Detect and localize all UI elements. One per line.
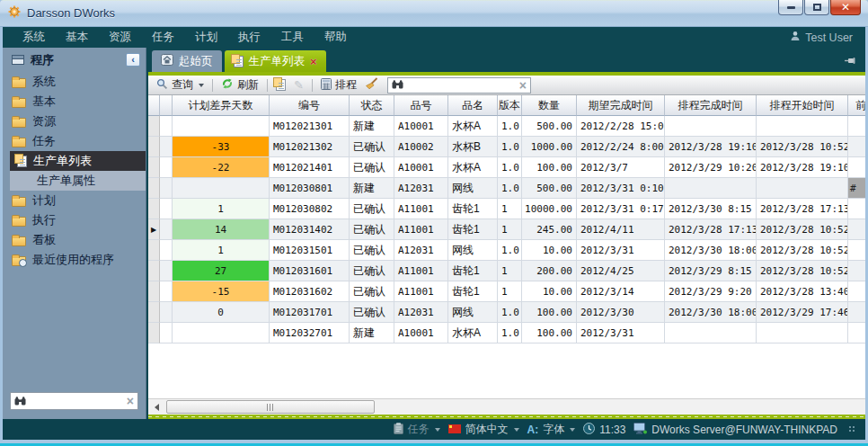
table-row[interactable]: 27M012031601已确认A11001齿轮11200.002012/4/25… — [148, 261, 865, 281]
column-header[interactable]: 版本 — [498, 95, 522, 116]
statusbar-font-menu[interactable]: A: 字体 — [527, 422, 576, 437]
tab-production-order-list[interactable]: 生产单列表 × — [225, 50, 326, 72]
sidebar-item-最近使用的程序[interactable]: 最近使用的程序 — [3, 250, 146, 270]
chevron-down-icon[interactable] — [199, 84, 204, 87]
user-chip[interactable]: Test User — [790, 31, 853, 44]
table-row[interactable]: 1M012030802已确认A11001齿轮1110000.002012/3/3… — [148, 199, 865, 219]
collapse-sidebar-button[interactable]: ‹ — [126, 53, 140, 67]
column-header[interactable]: 品名 — [448, 95, 498, 116]
grid-corner-cell — [148, 95, 160, 116]
column-header[interactable]: 期望完成时间 — [577, 95, 665, 116]
cell-sched_finish: 2012/3/30 18:00 — [665, 302, 757, 323]
cell-version: 1 — [498, 199, 522, 219]
sidebar-item-生产单列表[interactable]: 生产单列表 — [10, 151, 146, 171]
cell-item_no: A12031 — [394, 302, 448, 323]
cell-code: M012021401 — [270, 157, 350, 178]
sidebar-item-看板[interactable]: 看板 — [3, 230, 146, 250]
sidebar-item-生产单属性[interactable]: 生产单属性 — [10, 171, 146, 191]
cell-item_name: 齿轮1 — [448, 219, 498, 240]
tab-label: 生产单列表 — [249, 54, 306, 69]
menu-help[interactable]: 帮助 — [324, 30, 347, 45]
cell-extra — [848, 137, 865, 157]
page-icon — [234, 56, 244, 67]
menu-execute[interactable]: 执行 — [238, 30, 261, 45]
column-header[interactable]: 编号 — [270, 95, 350, 116]
time-label: 11:33 — [599, 424, 625, 436]
clear-icon[interactable]: × — [519, 79, 527, 92]
table-row[interactable]: ▶14M012031402已确认A11001齿轮11245.002012/4/1… — [148, 219, 865, 240]
menu-tools[interactable]: 工具 — [281, 30, 304, 45]
content-bottom-strip — [148, 415, 865, 419]
tab-start-page[interactable]: 起始页 — [152, 50, 222, 72]
table-row[interactable]: M012032701新建A10001水杯A1.0100.002012/3/31 — [148, 323, 865, 343]
clean-button[interactable] — [362, 76, 381, 94]
cell-item_name: 网线 — [448, 302, 498, 323]
query-button[interactable]: 查询 — [154, 76, 207, 94]
column-header[interactable]: 排程完成时间 — [665, 95, 757, 116]
table-row[interactable]: 1M012031501已确认A12031网线1.010.002012/3/312… — [148, 240, 865, 261]
statusbar-task-menu[interactable]: 任务 — [394, 422, 440, 437]
row-indicator: ▶ — [148, 219, 160, 240]
table-row[interactable]: -22M012021401已确认A10001水杯A1.0100.002012/3… — [148, 157, 865, 178]
cell-status: 新建 — [350, 116, 394, 137]
table-filter-input[interactable] — [407, 79, 516, 92]
table-row[interactable]: -33M012021302已确认A10002水杯B1.01000.002012/… — [148, 137, 865, 157]
column-header[interactable]: 数量 — [522, 95, 577, 116]
cell-status: 已确认 — [350, 261, 394, 281]
cell-item_no: A10002 — [394, 137, 448, 157]
cell-extra — [848, 323, 865, 343]
minimize-button[interactable] — [778, 0, 803, 15]
sidebar-item-系统[interactable]: 系统 — [3, 72, 146, 92]
sidebar-item-label: 生产单属性 — [37, 173, 95, 189]
scroll-thumb[interactable] — [166, 400, 375, 414]
menu-system[interactable]: 系统 — [22, 30, 45, 45]
menu-task[interactable]: 任务 — [152, 30, 174, 45]
menu-resource[interactable]: 资源 — [109, 30, 131, 45]
resize-grip[interactable] — [849, 426, 856, 433]
maximize-button[interactable] — [804, 0, 829, 15]
column-header[interactable]: 前 — [848, 95, 865, 116]
cell-qty: 1000.00 — [522, 137, 577, 157]
column-header[interactable]: 状态 — [350, 95, 394, 116]
sidebar-item-任务[interactable]: 任务 — [3, 131, 146, 151]
edit-button[interactable]: ✎ — [291, 77, 306, 93]
cell-item_no: A12031 — [394, 240, 448, 261]
close-button[interactable]: ✕ — [830, 0, 861, 15]
table-row[interactable]: M012030801新建A12031网线1.0500.002012/3/31 0… — [148, 178, 865, 199]
scroll-left-button[interactable] — [150, 401, 164, 414]
sidebar-search-input[interactable] — [30, 395, 123, 407]
menu-plan[interactable]: 计划 — [195, 30, 217, 45]
table-row[interactable]: -15M012031602已确认A11001齿轮1110.002012/3/14… — [148, 281, 865, 302]
clear-icon[interactable]: × — [127, 395, 134, 407]
cell-version: 1.0 — [498, 178, 522, 199]
horizontal-scrollbar[interactable] — [148, 398, 865, 415]
pin-icon[interactable] — [844, 54, 856, 63]
cell-item_name: 水杯B — [448, 137, 498, 157]
gear-icon — [7, 4, 22, 22]
close-tab-icon[interactable]: × — [310, 56, 317, 67]
table-row[interactable]: M012021301新建A10001水杯A1.0500.002012/2/28 … — [148, 116, 865, 137]
cell-sched_finish: 2012/3/29 8:15 — [665, 261, 757, 281]
sidebar-item-基本[interactable]: 基本 — [3, 92, 146, 112]
cell-qty: 200.00 — [522, 261, 577, 281]
language-label: 简体中文 — [465, 422, 509, 437]
table-row[interactable]: 0M012031701已确认A12031网线1.0100.002012/3/30… — [148, 302, 865, 323]
column-header[interactable]: 品号 — [394, 95, 448, 116]
statusbar-language-menu[interactable]: 简体中文 — [448, 422, 519, 437]
folder-clock-icon — [12, 256, 26, 266]
column-header[interactable]: 计划差异天数 — [173, 95, 270, 116]
sidebar-item-执行[interactable]: 执行 — [3, 210, 146, 230]
sidebar-item-资源[interactable]: 资源 — [3, 112, 146, 131]
refresh-button[interactable]: 刷新 — [218, 76, 261, 94]
column-header[interactable]: 排程开始时间 — [757, 95, 848, 116]
cell-item_no: A10001 — [394, 323, 448, 343]
menu-basic[interactable]: 基本 — [66, 30, 88, 45]
schedule-button[interactable]: 排程 — [318, 76, 359, 94]
cell-status: 已确认 — [350, 302, 394, 323]
cell-sched_finish — [665, 116, 757, 137]
cell-extra: # — [848, 178, 865, 199]
new-button[interactable] — [273, 78, 288, 92]
row-indicator — [148, 281, 160, 302]
cell-qty: 100.00 — [522, 323, 577, 343]
sidebar-item-计划[interactable]: 计划 — [3, 191, 146, 210]
